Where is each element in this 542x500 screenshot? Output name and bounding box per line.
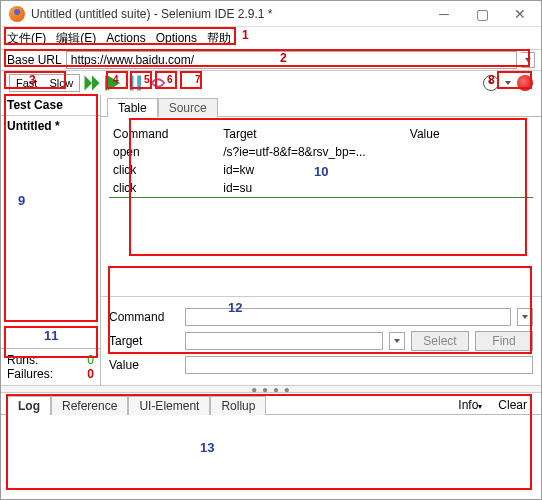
- field-command-input[interactable]: [185, 308, 511, 326]
- col-command: Command: [109, 125, 219, 143]
- command-editor: Command Target Select Find Value: [101, 296, 541, 385]
- field-value-label: Value: [109, 358, 179, 372]
- log-clear-button[interactable]: Clear: [490, 396, 535, 414]
- command-table[interactable]: Command Target Value open/s?ie=utf-8&f=8…: [109, 125, 533, 258]
- speed-slow[interactable]: Slow: [43, 75, 79, 91]
- main-area: Test Case Untitled * Runs:0 Failures:0 T…: [1, 95, 541, 385]
- close-button[interactable]: ✕: [501, 2, 539, 26]
- run-info: Runs:0 Failures:0: [1, 348, 100, 385]
- menu-bar: 文件(F) 编辑(E) Actions Options 帮助: [1, 27, 541, 49]
- minimize-button[interactable]: ─: [425, 2, 463, 26]
- log-tabs: Log Reference UI-Element Rollup Info▾ Cl…: [1, 393, 541, 415]
- test-case-name[interactable]: Untitled *: [1, 116, 100, 136]
- base-url-dropdown[interactable]: [521, 52, 535, 68]
- play-current-button[interactable]: [104, 73, 124, 93]
- table-row[interactable]: clickid=su: [109, 179, 533, 198]
- svg-marker-1: [92, 76, 100, 91]
- tab-source[interactable]: Source: [158, 98, 218, 117]
- field-command-dropdown[interactable]: [517, 308, 533, 326]
- command-table-area: Command Target Value open/s?ie=utf-8&f=8…: [101, 117, 541, 290]
- svg-rect-4: [130, 76, 134, 91]
- editor-panel: Table Source Command Target Value open/s…: [101, 95, 541, 385]
- firefox-icon: [9, 6, 25, 22]
- menu-actions[interactable]: Actions: [106, 31, 145, 45]
- col-value: Value: [406, 125, 533, 143]
- runs-value: 0: [87, 353, 94, 367]
- menu-options[interactable]: Options: [156, 31, 197, 45]
- speed-fast[interactable]: Fast: [10, 75, 43, 91]
- field-target-input[interactable]: [185, 332, 383, 350]
- svg-rect-5: [138, 76, 142, 91]
- tab-ui-element[interactable]: UI-Element: [128, 396, 210, 415]
- table-row[interactable]: open/s?ie=utf-8&f=8&rsv_bp=...: [109, 143, 533, 161]
- speed-slider[interactable]: Fast Slow: [9, 74, 80, 92]
- step-button[interactable]: [148, 73, 168, 93]
- window-title: Untitled (untitled suite) - Selenium IDE…: [31, 7, 425, 21]
- field-value-input[interactable]: [185, 356, 533, 374]
- failures-label: Failures:: [7, 367, 53, 381]
- table-row-empty[interactable]: [109, 198, 533, 258]
- field-target-dropdown[interactable]: [389, 332, 405, 350]
- maximize-button[interactable]: ▢: [463, 2, 501, 26]
- svg-rect-3: [106, 76, 108, 91]
- runs-label: Runs:: [7, 353, 38, 367]
- tab-table[interactable]: Table: [107, 98, 158, 117]
- base-url-label: Base URL: [7, 53, 62, 67]
- find-button[interactable]: Find: [475, 331, 533, 351]
- toolbar: Fast Slow: [1, 71, 541, 95]
- log-info-dropdown[interactable]: Info▾: [450, 396, 490, 414]
- svg-marker-0: [85, 76, 93, 91]
- title-bar: Untitled (untitled suite) - Selenium IDE…: [1, 1, 541, 27]
- splitter[interactable]: ● ● ● ●: [1, 385, 541, 393]
- test-case-panel: Test Case Untitled * Runs:0 Failures:0: [1, 95, 101, 385]
- editor-tabs: Table Source: [101, 95, 541, 117]
- svg-marker-2: [108, 76, 121, 91]
- tab-log[interactable]: Log: [7, 396, 51, 415]
- schedule-icon[interactable]: [483, 75, 499, 91]
- tab-rollup[interactable]: Rollup: [210, 396, 266, 415]
- log-area: [1, 415, 541, 500]
- pause-button[interactable]: [126, 73, 146, 93]
- schedule-dropdown[interactable]: [503, 81, 513, 85]
- failures-value: 0: [87, 367, 94, 381]
- menu-file[interactable]: 文件(F): [7, 30, 46, 47]
- base-url-input[interactable]: [66, 51, 517, 69]
- col-target: Target: [219, 125, 406, 143]
- base-url-row: Base URL: [1, 49, 541, 71]
- table-row[interactable]: clickid=kw: [109, 161, 533, 179]
- test-case-header: Test Case: [1, 95, 100, 116]
- menu-edit[interactable]: 编辑(E): [56, 30, 96, 47]
- field-command-label: Command: [109, 310, 179, 324]
- tab-reference[interactable]: Reference: [51, 396, 128, 415]
- select-button[interactable]: Select: [411, 331, 469, 351]
- play-all-button[interactable]: [82, 73, 102, 93]
- record-button[interactable]: [517, 75, 533, 91]
- field-target-label: Target: [109, 334, 179, 348]
- menu-help[interactable]: 帮助: [207, 30, 231, 47]
